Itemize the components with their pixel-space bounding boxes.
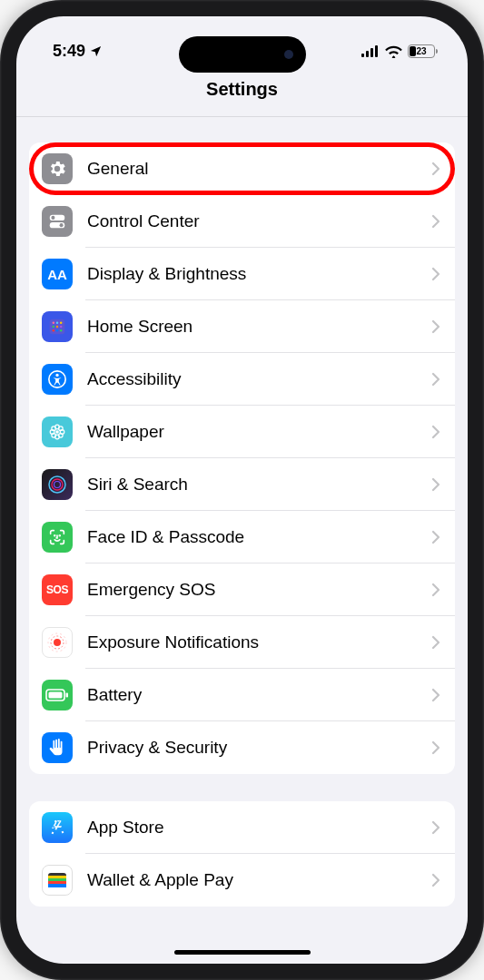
row-label: Siri & Search — [87, 475, 431, 495]
svg-point-31 — [54, 482, 61, 488]
svg-point-7 — [60, 223, 64, 227]
row-label: Privacy & Security — [87, 738, 431, 758]
svg-point-32 — [54, 535, 55, 536]
row-general[interactable]: General — [29, 142, 455, 195]
battery-percent: 23 — [416, 46, 426, 56]
row-label: Face ID & Passcode — [87, 527, 431, 547]
row-control-center[interactable]: Control Center — [29, 195, 455, 248]
chevron-right-icon — [431, 477, 440, 492]
svg-point-17 — [60, 329, 63, 332]
chevron-right-icon — [431, 583, 440, 597]
row-home-screen[interactable]: Home Screen — [29, 300, 455, 353]
svg-point-10 — [56, 322, 59, 325]
svg-point-20 — [55, 430, 59, 434]
svg-rect-39 — [66, 693, 69, 698]
status-right: 23 — [361, 44, 435, 58]
chevron-right-icon — [431, 530, 440, 544]
svg-rect-42 — [48, 878, 66, 881]
screen: 5:49 23 Settings — [16, 16, 468, 964]
settings-content[interactable]: General Control Center AA Display & Brig… — [16, 117, 468, 906]
app-store-icon — [42, 812, 73, 843]
flower-icon — [42, 416, 73, 447]
svg-rect-38 — [49, 692, 63, 699]
svg-point-14 — [60, 326, 63, 328]
battery-fill — [410, 46, 416, 56]
location-icon — [89, 44, 103, 58]
home-indicator[interactable] — [174, 950, 311, 955]
chevron-right-icon — [431, 372, 440, 387]
status-left: 5:49 — [53, 42, 103, 61]
svg-rect-44 — [48, 884, 66, 887]
row-battery[interactable]: Battery — [29, 669, 455, 721]
chevron-right-icon — [431, 267, 440, 281]
svg-point-30 — [52, 479, 63, 490]
row-display-brightness[interactable]: AA Display & Brightness — [29, 248, 455, 300]
header: Settings — [16, 66, 468, 117]
svg-point-9 — [53, 322, 55, 325]
row-label: Wallpaper — [87, 422, 431, 442]
row-accessibility[interactable]: Accessibility — [29, 353, 455, 406]
page-title: Settings — [16, 79, 468, 100]
svg-point-16 — [56, 329, 59, 332]
chevron-right-icon — [431, 635, 440, 650]
row-label: Exposure Notifications — [87, 632, 431, 652]
chevron-right-icon — [431, 820, 440, 835]
svg-rect-0 — [361, 54, 364, 57]
chevron-right-icon — [431, 740, 440, 755]
battery-row-icon — [42, 680, 73, 710]
battery-icon: 23 — [408, 44, 435, 58]
svg-rect-41 — [48, 876, 66, 878]
status-time: 5:49 — [53, 42, 85, 61]
svg-point-34 — [54, 639, 61, 646]
chevron-right-icon — [431, 425, 440, 439]
row-label: General — [87, 159, 431, 179]
svg-rect-43 — [48, 881, 66, 884]
row-wallpaper[interactable]: Wallpaper — [29, 406, 455, 458]
svg-point-33 — [59, 535, 60, 536]
exposure-icon — [42, 627, 73, 658]
row-exposure-notifications[interactable]: Exposure Notifications — [29, 616, 455, 669]
row-label: Control Center — [87, 211, 431, 231]
text-size-icon: AA — [42, 259, 73, 289]
row-wallet-apple-pay[interactable]: Wallet & Apple Pay — [29, 854, 455, 906]
sos-icon: SOS — [42, 574, 73, 605]
dynamic-island — [179, 36, 306, 73]
svg-rect-1 — [366, 51, 369, 57]
chevron-right-icon — [431, 873, 440, 887]
row-label: Emergency SOS — [87, 580, 431, 600]
accessibility-icon — [42, 364, 73, 395]
siri-icon — [42, 469, 73, 500]
svg-point-13 — [56, 326, 59, 328]
svg-point-15 — [53, 329, 55, 332]
row-label: App Store — [87, 818, 431, 838]
settings-group-2: App Store Wallet & Apple Pay — [29, 801, 455, 906]
phone-frame: 5:49 23 Settings — [0, 0, 484, 980]
svg-rect-2 — [370, 48, 373, 57]
apps-grid-icon — [42, 311, 73, 342]
svg-point-11 — [60, 322, 63, 325]
toggles-icon — [42, 206, 73, 237]
row-label: Home Screen — [87, 317, 431, 337]
gear-icon — [42, 153, 73, 184]
chevron-right-icon — [431, 214, 440, 229]
camera-dot — [284, 50, 293, 59]
svg-point-5 — [51, 216, 54, 220]
row-label: Accessibility — [87, 369, 431, 389]
chevron-right-icon — [431, 319, 440, 334]
chevron-right-icon — [431, 162, 440, 176]
face-id-icon — [42, 522, 73, 553]
svg-point-19 — [55, 374, 58, 377]
row-app-store[interactable]: App Store — [29, 801, 455, 854]
row-face-id[interactable]: Face ID & Passcode — [29, 511, 455, 564]
row-privacy-security[interactable]: Privacy & Security — [29, 721, 455, 774]
row-emergency-sos[interactable]: SOS Emergency SOS — [29, 564, 455, 616]
chevron-right-icon — [431, 688, 440, 702]
settings-group-1: General Control Center AA Display & Brig… — [29, 142, 455, 774]
row-label: Wallet & Apple Pay — [87, 870, 431, 890]
cellular-icon — [361, 45, 380, 57]
row-label: Display & Brightness — [87, 264, 431, 284]
row-label: Battery — [87, 685, 431, 705]
wallet-icon — [42, 865, 73, 896]
row-siri-search[interactable]: Siri & Search — [29, 458, 455, 511]
hand-icon — [42, 732, 73, 763]
